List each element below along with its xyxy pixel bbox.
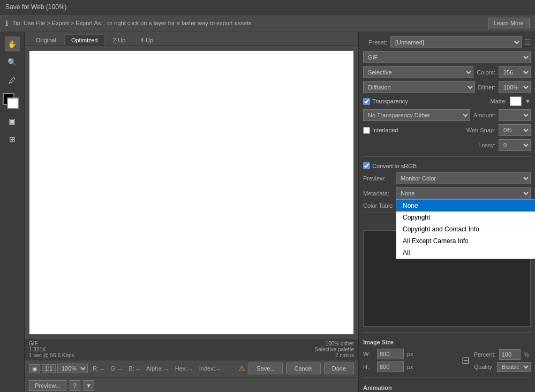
- dither-select[interactable]: Diffusion: [363, 81, 475, 93]
- percent-input[interactable]: [499, 349, 521, 360]
- tab-4up[interactable]: 4-Up: [133, 34, 160, 46]
- background-color[interactable]: [7, 97, 19, 109]
- lossy-select[interactable]: 0: [499, 139, 531, 151]
- interlaced-checkbox-row: Interlaced: [363, 127, 398, 134]
- colors-label: Colors:: [477, 69, 495, 76]
- dither-value-select[interactable]: 100%: [499, 81, 531, 93]
- preview-button[interactable]: Preview...: [29, 380, 66, 391]
- metadata-row: Metadata: None Copyright Copyright and C…: [363, 187, 531, 199]
- save-button[interactable]: Save...: [248, 363, 283, 374]
- palette-select[interactable]: Selective: [363, 66, 473, 78]
- h-input[interactable]: [377, 361, 404, 372]
- canvas-area: [25, 46, 358, 339]
- palette-label: Selective palette: [315, 346, 354, 352]
- tab-2up[interactable]: 2-Up: [106, 34, 132, 46]
- transparency-label[interactable]: Transparency: [372, 98, 408, 104]
- metadata-dropdown-menu: None Copyright Copyright and Contact Inf…: [396, 199, 535, 259]
- metadata-option-all[interactable]: All: [396, 247, 535, 259]
- h-px-unit: px: [407, 364, 413, 370]
- toggle-view-icon[interactable]: ▣: [5, 114, 20, 129]
- metadata-option-all-except-camera[interactable]: All Except Camera Info: [396, 235, 535, 247]
- metadata-option-copyright[interactable]: Copyright: [396, 212, 535, 223]
- transparency-dither-select[interactable]: No Transparency Dither: [363, 109, 470, 121]
- metadata-select[interactable]: None Copyright Copyright and Contact Inf…: [396, 187, 531, 199]
- w-px-unit: px: [407, 351, 413, 357]
- status-right: 100% dither Selective palette 2 colors: [315, 341, 354, 358]
- quality-row: Quality: Bicubic: [474, 362, 531, 372]
- help-button[interactable]: ?: [70, 380, 80, 391]
- zoom-1x-button[interactable]: 1:1: [42, 364, 56, 373]
- matte-color-box[interactable]: [510, 96, 522, 106]
- file-size-label: 1.321K: [29, 346, 315, 352]
- quality-select[interactable]: Bicubic: [497, 362, 531, 372]
- format-select[interactable]: GIF: [363, 51, 531, 63]
- done-button[interactable]: Done: [324, 363, 354, 374]
- colors-label: 2 colors: [315, 352, 354, 358]
- slices-icon[interactable]: ⊞: [5, 132, 20, 147]
- metadata-dropdown-container: None Copyright Copyright and Contact Inf…: [396, 187, 531, 199]
- colors-select[interactable]: 256: [499, 66, 531, 78]
- tip-text: Tip: Use File > Export > Export As... or…: [12, 20, 484, 26]
- canvas-status: GIF 1.321K 1 sec @ 56.6 Kbps 100% dither…: [25, 339, 358, 360]
- web-snap-label: Web Snap:: [466, 127, 495, 133]
- cancel-button[interactable]: Cancel: [286, 363, 320, 374]
- pct-unit: %: [524, 351, 529, 358]
- settings-icon[interactable]: ☰: [525, 39, 531, 46]
- w-row: W: px: [363, 349, 457, 359]
- convert-srgb-label[interactable]: Convert to sRGB: [372, 163, 417, 169]
- convert-srgb-checkbox[interactable]: [363, 162, 370, 169]
- action-buttons: Save... Cancel Done: [248, 363, 354, 374]
- b-label: B: --: [129, 365, 140, 372]
- w-label: W:: [363, 351, 374, 357]
- h-label: H:: [363, 364, 374, 370]
- metadata-option-copyright-contact[interactable]: Copyright and Contact Info: [396, 223, 535, 235]
- interlaced-label[interactable]: Interlaced: [372, 127, 398, 133]
- hex-label: Hex: --: [175, 365, 193, 372]
- canvas-container: [29, 50, 354, 335]
- zoom-controls: ▣ 1:1 100% 200% 50%: [29, 364, 89, 373]
- convert-srgb-checkbox-row: Convert to sRGB: [363, 162, 417, 169]
- index-label: Index: --: [199, 365, 221, 372]
- preview-select[interactable]: Monitor Color: [396, 172, 531, 184]
- preset-label: Preset:: [363, 39, 387, 46]
- matte-dropdown-arrow[interactable]: ▼: [525, 98, 531, 104]
- amount-select[interactable]: [499, 109, 531, 121]
- info-icon: ℹ: [5, 19, 8, 27]
- learn-more-button[interactable]: Learn More: [488, 18, 530, 28]
- dither-row: Diffusion Dither: 100%: [363, 81, 531, 93]
- preset-row: Preset: [Unnamed] ☰: [363, 36, 531, 48]
- bottom-toolbar: ▣ 1:1 100% 200% 50% R: -- G: -- B: -- Al…: [25, 360, 358, 376]
- left-toolbar: ✋ 🔍 🖊 ▣ ⊞: [0, 32, 25, 392]
- web-snap-select[interactable]: 0%: [499, 124, 531, 136]
- animation-title: Animation: [363, 385, 531, 391]
- h-row: H: px: [363, 361, 457, 372]
- r-label: R: --: [93, 365, 104, 372]
- zoom-out-button[interactable]: ▣: [29, 364, 40, 373]
- main-layout: ✋ 🔍 🖊 ▣ ⊞ Original Optimized 2-Up 4-Up G…: [0, 32, 535, 392]
- interlaced-checkbox[interactable]: [363, 127, 370, 134]
- color-table-label: Color Table: [363, 202, 393, 209]
- separator-1: [363, 156, 531, 157]
- w-input[interactable]: [377, 349, 404, 359]
- transparency-matte-row: Transparency Matte: ▼: [363, 96, 531, 106]
- tab-optimized[interactable]: Optimized: [64, 34, 105, 46]
- preset-select[interactable]: [Unnamed]: [390, 36, 522, 48]
- wh-inputs: W: px H: px: [363, 349, 457, 372]
- lossy-label: Lossy:: [478, 142, 495, 148]
- eyedropper-tool[interactable]: 🖊: [5, 73, 20, 88]
- zoom-tool[interactable]: 🔍: [5, 55, 20, 70]
- metadata-option-none[interactable]: None: [396, 200, 535, 212]
- separator-2: [363, 332, 531, 333]
- warning-icon: ⚠: [238, 364, 245, 373]
- hand-tool[interactable]: ✋: [5, 36, 20, 51]
- help-dropdown-button[interactable]: ▼: [84, 380, 94, 391]
- tab-original[interactable]: Original: [29, 34, 63, 46]
- lossy-row: Lossy: 0: [363, 139, 531, 151]
- transparency-checkbox-row: Transparency: [363, 98, 408, 105]
- zoom-select[interactable]: 100% 200% 50%: [57, 364, 88, 373]
- color-swatches: [3, 91, 22, 110]
- preview-area: Preview... ? ▼: [25, 378, 358, 392]
- center-panel: Original Optimized 2-Up 4-Up GIF 1.321K …: [25, 32, 358, 392]
- image-size-title: Image Size: [363, 339, 531, 345]
- transparency-checkbox[interactable]: [363, 98, 370, 105]
